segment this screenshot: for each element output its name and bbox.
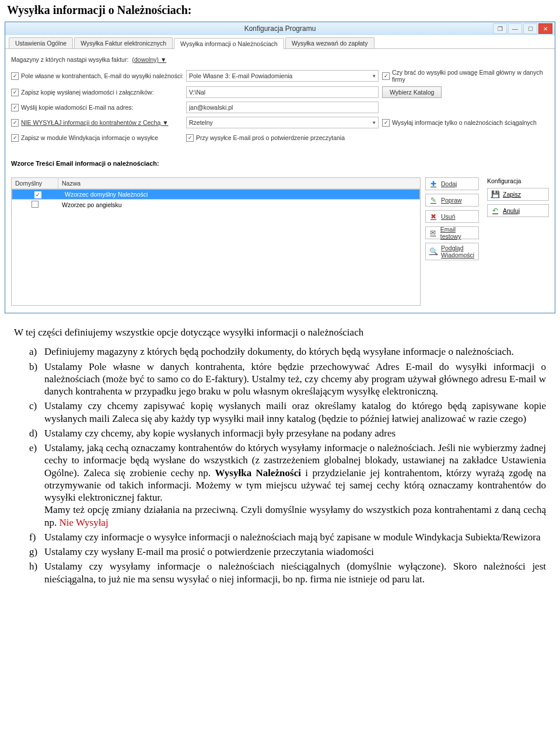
- restore-icon[interactable]: ❐: [493, 23, 507, 34]
- mail-icon: ✉: [429, 229, 437, 237]
- row1-label: Wzorzec domyślny Należności: [61, 190, 417, 199]
- edit-label: Popraw: [441, 197, 462, 204]
- inp-adres-email[interactable]: [186, 102, 379, 113]
- cancel-label: Anuluj: [503, 207, 520, 214]
- row-chk-icon[interactable]: ✓: [34, 191, 41, 198]
- add-button[interactable]: ✚Dodaj: [425, 177, 479, 190]
- chevron-down-icon: ▾: [373, 73, 376, 79]
- lbl-sciagalne: Wysyłaj informacje tylko o należnościach…: [392, 119, 537, 126]
- sel-pole-wlasne-value: Pole Własne 3: E-mail Powiadomienia: [189, 72, 292, 79]
- lbl-zapisz-kopie: Zapisz kopię wysłanej wiadomości i załąc…: [21, 89, 154, 96]
- prev-label: Podgląd Wiadomości: [441, 244, 475, 259]
- chk-windykacja[interactable]: ✓: [11, 134, 19, 142]
- lbl-windykacja: Zapisz w module Windykacja informacje o …: [21, 134, 158, 141]
- chk-wyslij-kopie[interactable]: ✓: [11, 104, 19, 111]
- window-title: Konfiguracja Programu: [5, 22, 555, 35]
- red-nie-wysylaj: Nie Wysyłaj: [60, 517, 108, 528]
- minimize-icon[interactable]: —: [508, 23, 522, 34]
- th-domyslny[interactable]: Domyślny: [12, 178, 58, 188]
- tab-wysylka-naleznosci[interactable]: Wysyłka informacji o Należnościach: [174, 38, 284, 49]
- list-item-h: h)Ustalamy czy wysyłamy informacje o nal…: [29, 560, 546, 585]
- preview-button[interactable]: 🔍Podgląd Wiadomości: [425, 243, 479, 260]
- list-item-d: d)Ustalamy czy chcemy, aby kopie wysłany…: [29, 427, 546, 439]
- pencil-icon: ✎: [429, 196, 438, 204]
- list-item-c: c)Ustalamy czy chcemy zapisywać kopię wy…: [29, 400, 546, 425]
- chk-sciagalne[interactable]: ✓: [382, 119, 390, 127]
- chk-nie-wysylaj[interactable]: ✓: [11, 119, 19, 127]
- magazyny-dropdown[interactable]: (dowolny) ▼: [132, 56, 166, 63]
- app-window: Konfiguracja Programu ❐ — ☐ ✕ Ustawienia…: [5, 22, 555, 313]
- body-text: W tej części definiujemy wszystkie opcje…: [0, 323, 560, 602]
- delete-button[interactable]: ✖Usuń: [425, 210, 479, 223]
- chevron-down-icon: ▾: [373, 120, 376, 125]
- tab-ustawienia-ogolne[interactable]: Ustawienia Ogólne: [9, 37, 73, 48]
- list-item-g: g)Ustalamy czy wysłany E-mail ma prosić …: [29, 546, 546, 558]
- chk-email-glowny[interactable]: ✓: [382, 72, 390, 80]
- chk-zapisz-kopie[interactable]: ✓: [11, 89, 19, 96]
- sel-cecha-value: Rzetelny: [189, 119, 213, 126]
- list-item-e: e)Ustalamy, jaką cechą oznaczamy kontrah…: [29, 442, 546, 529]
- magnifier-icon: 🔍: [429, 247, 438, 256]
- page-title: Wysyłka informacji o Należnościach:: [0, 0, 560, 22]
- tab-wysylka-wezwan[interactable]: Wysyłka wezwań do zapłaty: [285, 37, 374, 48]
- th-nazwa[interactable]: Nazwa: [58, 178, 420, 188]
- lower-panel: Domyślny Nazwa ✓ Wzorzec domyślny Należn…: [5, 177, 555, 313]
- lbl-potwierdzenie: Przy wysyłce E-mail proś o potwierdzenie…: [196, 134, 345, 141]
- add-label: Dodaj: [441, 180, 457, 187]
- row-chk-icon[interactable]: [32, 201, 38, 208]
- save-button[interactable]: 💾Zapisz: [487, 188, 549, 201]
- btn-wybierz-katalog[interactable]: Wybierz Katalog: [382, 86, 442, 98]
- list-item-b: b)Ustalamy Pole własne w danych kontrahe…: [29, 361, 546, 398]
- row2-label: Wzorzec po angielsku: [58, 200, 420, 209]
- mail-label: Email testowy: [440, 226, 475, 240]
- side-panel: Konfiguracja 💾Zapisz ↶Anuluj: [479, 177, 549, 306]
- body-list: a)Definiujemy magazyny z których będą po…: [14, 345, 546, 585]
- titlebar: Konfiguracja Programu ❐ — ☐ ✕: [5, 22, 555, 35]
- cancel-button[interactable]: ↶Anuluj: [487, 204, 549, 217]
- lbl-pole-wlasne: Pole własne w kontrahentach, E-mail do w…: [21, 72, 183, 79]
- magazyny-label: Magazyny z których nastąpi wysyłka faktu…: [11, 56, 128, 63]
- chk-pole-wlasne[interactable]: ✓: [11, 72, 19, 80]
- test-email-button[interactable]: ✉Email testowy: [425, 226, 479, 239]
- chk-potwierdzenie[interactable]: ✓: [186, 134, 194, 142]
- close-icon[interactable]: ✕: [538, 23, 552, 34]
- inp-katalog[interactable]: [186, 86, 379, 98]
- plus-icon: ✚: [429, 180, 438, 188]
- x-icon: ✖: [429, 212, 438, 221]
- intro-paragraph: W tej części definiujemy wszystkie opcje…: [14, 326, 546, 338]
- tabs: Ustawienia Ogólne Wysyłka Faktur elektro…: [5, 35, 555, 49]
- bold-wysylka: Wysyłka Należności: [215, 467, 300, 478]
- table-row[interactable]: ✓ Wzorzec domyślny Należności: [12, 189, 420, 200]
- lbl-nie-wysylaj[interactable]: NIE WYSYŁAJ informacji do kontrahentów z…: [21, 119, 169, 126]
- side-label: Konfiguracja: [487, 177, 549, 184]
- undo-icon: ↶: [491, 207, 499, 215]
- maximize-icon[interactable]: ☐: [523, 23, 537, 34]
- wzorce-table: Domyślny Nazwa ✓ Wzorzec domyślny Należn…: [11, 177, 421, 306]
- list-item-f: f)Ustalamy czy informacje o wysyłce info…: [29, 531, 546, 543]
- edit-button[interactable]: ✎Popraw: [425, 194, 479, 207]
- del-label: Usuń: [441, 213, 456, 220]
- list-buttons: ✚Dodaj ✎Popraw ✖Usuń ✉Email testowy 🔍Pod…: [421, 177, 479, 306]
- list-item-a: a)Definiujemy magazyny z których będą po…: [29, 345, 546, 358]
- lbl-email-glowny: Czy brać do wysyłki pod uwagę Email głów…: [392, 69, 549, 83]
- lbl-wyslij-kopie: Wyślij kopie wiadomości E-mail na adres:: [21, 104, 133, 111]
- window-buttons: ❐ — ☐ ✕: [493, 23, 552, 34]
- section-wzorce-label: Wzorce Treści Email informacji o należno…: [11, 160, 549, 167]
- form-panel: Magazyny z których nastąpi wysyłka faktu…: [5, 49, 555, 177]
- tab-wysylka-faktur[interactable]: Wysyłka Faktur elektronicznych: [74, 37, 173, 48]
- save-label: Zapisz: [503, 191, 521, 198]
- sel-pole-wlasne[interactable]: Pole Własne 3: E-mail Powiadomienia ▾: [186, 70, 379, 82]
- sel-cecha[interactable]: Rzetelny ▾: [186, 117, 379, 128]
- save-icon: 💾: [491, 190, 499, 198]
- table-header: Domyślny Nazwa: [12, 178, 420, 189]
- table-row[interactable]: Wzorzec po angielsku: [12, 200, 420, 210]
